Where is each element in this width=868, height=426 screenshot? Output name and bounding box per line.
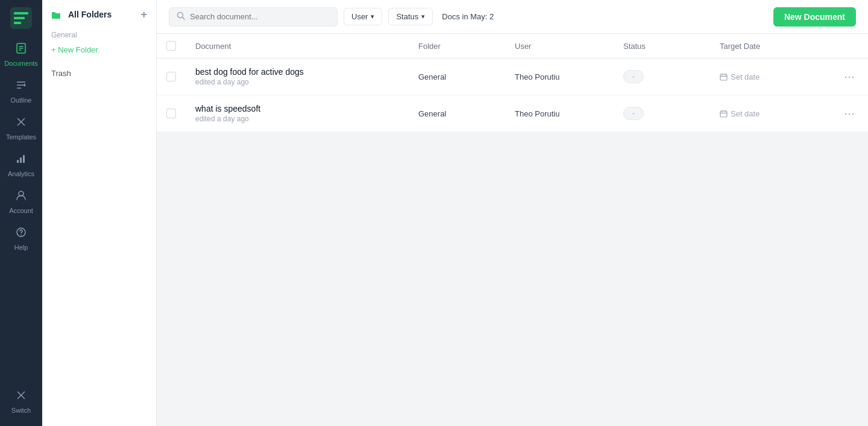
svg-rect-2 bbox=[14, 17, 25, 19]
header-folder: Folder bbox=[409, 34, 505, 59]
sidebar-item-analytics[interactable]: Analytics bbox=[0, 147, 42, 183]
analytics-icon bbox=[15, 153, 27, 168]
documents-table: Document Folder User Status Target Date … bbox=[157, 34, 868, 132]
sidebar-header: All Folders + bbox=[42, 9, 156, 26]
row-status-cell: - bbox=[614, 95, 710, 132]
sidebar-item-switch[interactable]: Switch bbox=[0, 383, 42, 420]
row-target-date-cell: Set date bbox=[710, 95, 831, 132]
left-nav: Documents Outline Templates bbox=[0, 0, 42, 426]
switch-icon bbox=[15, 389, 27, 404]
templates-label: Templates bbox=[6, 133, 36, 141]
documents-label: Documents bbox=[4, 60, 38, 67]
svg-rect-17 bbox=[23, 155, 25, 163]
document-title[interactable]: what is speedsoft bbox=[195, 104, 399, 113]
row-checkbox[interactable] bbox=[166, 72, 176, 81]
trash-item[interactable]: Trash bbox=[42, 64, 156, 83]
new-folder-button[interactable]: + New Folder bbox=[42, 42, 156, 58]
general-label: General bbox=[42, 26, 156, 42]
user-filter-button[interactable]: User ▾ bbox=[344, 8, 382, 25]
outline-icon bbox=[15, 79, 27, 94]
svg-rect-25 bbox=[720, 74, 727, 80]
row-status-cell: - bbox=[614, 59, 710, 95]
set-date-button[interactable]: Set date bbox=[720, 72, 821, 81]
table-row: what is speedsoft edited a day ago Gener… bbox=[157, 95, 868, 132]
search-icon bbox=[177, 11, 185, 22]
status-filter-button[interactable]: Status ▾ bbox=[388, 8, 433, 25]
sidebar-title: All Folders bbox=[68, 10, 112, 19]
documents-icon bbox=[15, 42, 27, 57]
header-user: User bbox=[505, 34, 614, 59]
set-date-button[interactable]: Set date bbox=[720, 109, 821, 118]
account-icon bbox=[15, 189, 27, 205]
status-badge[interactable]: - bbox=[623, 70, 644, 83]
main-content: User ▾ Status ▾ Docs in May: 2 New Docum… bbox=[157, 0, 868, 426]
svg-rect-16 bbox=[20, 157, 22, 163]
new-document-button[interactable]: New Document bbox=[773, 7, 856, 27]
row-actions-cell: ⋯ bbox=[831, 95, 868, 132]
row-user-cell: Theo Porutiu bbox=[505, 95, 614, 132]
header-target-date: Target Date bbox=[710, 34, 831, 59]
document-edited-time: edited a day ago bbox=[195, 115, 399, 123]
document-title[interactable]: best dog food for active dogs bbox=[195, 67, 399, 77]
row-checkbox-cell bbox=[157, 59, 186, 95]
svg-rect-15 bbox=[17, 160, 19, 163]
chevron-down-icon: ▾ bbox=[421, 13, 425, 21]
calendar-icon bbox=[720, 73, 728, 81]
row-target-date-cell: Set date bbox=[710, 59, 831, 95]
topbar: User ▾ Status ▾ Docs in May: 2 New Docum… bbox=[157, 0, 868, 34]
switch-label: Switch bbox=[11, 407, 31, 414]
search-input[interactable] bbox=[190, 12, 330, 21]
row-folder-cell: General bbox=[409, 95, 505, 132]
more-options-button[interactable]: ⋯ bbox=[840, 106, 858, 121]
sidebar-item-outline[interactable]: Outline bbox=[0, 73, 42, 110]
app-logo bbox=[9, 6, 33, 30]
svg-point-20 bbox=[20, 235, 22, 236]
row-document-cell: what is speedsoft edited a day ago bbox=[186, 95, 409, 132]
calendar-icon bbox=[720, 110, 728, 118]
row-checkbox-cell bbox=[157, 95, 186, 132]
outline-label: Outline bbox=[11, 97, 32, 104]
sidebar-item-templates[interactable]: Templates bbox=[0, 110, 42, 147]
svg-rect-1 bbox=[14, 12, 28, 14]
folder-icon bbox=[51, 9, 64, 19]
header-actions bbox=[831, 34, 868, 59]
table-container: Document Folder User Status Target Date … bbox=[157, 34, 868, 426]
docs-count: Docs in May: 2 bbox=[442, 12, 494, 21]
document-edited-time: edited a day ago bbox=[195, 78, 399, 86]
help-label: Help bbox=[14, 244, 28, 251]
table-header: Document Folder User Status Target Date bbox=[157, 34, 868, 59]
set-date-label: Set date bbox=[731, 109, 760, 118]
sidebar: All Folders + General + New Folder Trash bbox=[42, 0, 157, 426]
templates-icon bbox=[15, 116, 27, 131]
sidebar-item-documents[interactable]: Documents bbox=[0, 36, 42, 73]
set-date-label: Set date bbox=[731, 72, 760, 81]
table-body: best dog food for active dogs edited a d… bbox=[157, 59, 868, 132]
svg-line-24 bbox=[183, 17, 185, 19]
row-folder-cell: General bbox=[409, 59, 505, 95]
analytics-label: Analytics bbox=[8, 170, 34, 177]
svg-rect-3 bbox=[14, 22, 21, 24]
add-folder-button[interactable]: + bbox=[140, 9, 147, 20]
row-checkbox[interactable] bbox=[166, 109, 176, 118]
header-status: Status bbox=[614, 34, 710, 59]
table-row: best dog food for active dogs edited a d… bbox=[157, 59, 868, 95]
svg-rect-29 bbox=[720, 111, 727, 117]
header-checkbox-col bbox=[157, 34, 186, 59]
status-badge[interactable]: - bbox=[623, 107, 644, 120]
sidebar-item-account[interactable]: Account bbox=[0, 183, 42, 220]
search-box[interactable] bbox=[169, 7, 338, 27]
help-icon bbox=[15, 226, 27, 241]
select-all-checkbox[interactable] bbox=[166, 41, 176, 51]
chevron-down-icon: ▾ bbox=[371, 13, 374, 21]
row-actions-cell: ⋯ bbox=[831, 59, 868, 95]
status-filter-label: Status bbox=[396, 12, 418, 21]
more-options-button[interactable]: ⋯ bbox=[840, 69, 858, 84]
header-document: Document bbox=[186, 34, 409, 59]
sidebar-item-help[interactable]: Help bbox=[0, 220, 42, 257]
row-document-cell: best dog food for active dogs edited a d… bbox=[186, 59, 409, 95]
account-label: Account bbox=[9, 207, 33, 214]
user-filter-label: User bbox=[351, 12, 368, 21]
row-user-cell: Theo Porutiu bbox=[505, 59, 614, 95]
